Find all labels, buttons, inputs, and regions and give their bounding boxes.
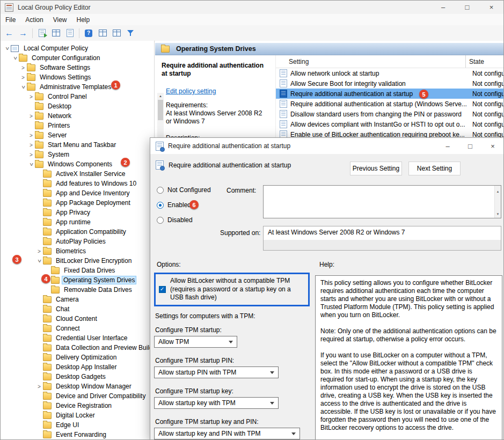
edit-policy-setting-link[interactable]: Edit policy setting xyxy=(166,87,216,95)
settings-row-allow-secure-boot-for-integrity-validation[interactable]: Allow Secure Boot for integrity validati… xyxy=(276,78,503,89)
settings-row-require-additional-authentication-at-startup-windows-serve[interactable]: Require additional authentication at sta… xyxy=(276,99,503,109)
minimize-icon[interactable]: – xyxy=(431,1,455,14)
menu-action[interactable]: Action xyxy=(20,14,48,25)
dropdown-configure-tpm-startup[interactable]: Allow TPM xyxy=(154,336,237,348)
radio-button-icon[interactable] xyxy=(157,217,164,224)
tree-item-autoplay-policies[interactable]: AutoPlay Policies xyxy=(1,237,154,246)
chevron-icon[interactable]: > xyxy=(36,248,42,254)
tree-item-network[interactable]: >Network xyxy=(1,111,154,121)
back-icon[interactable] xyxy=(3,27,16,40)
chevron-icon[interactable]: > xyxy=(28,142,34,148)
chevron-icon[interactable]: > xyxy=(20,84,26,90)
scrollbar-thumb[interactable] xyxy=(158,100,163,120)
tree-item-edge-ui[interactable]: Edge UI xyxy=(1,420,154,430)
menu-view[interactable]: View xyxy=(48,14,72,25)
tree-item-printers[interactable]: Printers xyxy=(1,121,154,130)
chevron-icon[interactable]: > xyxy=(4,45,10,52)
chevron-icon[interactable]: > xyxy=(28,133,34,138)
tree-item-fixed-data-drives[interactable]: Fixed Data Drives xyxy=(1,266,154,275)
dialog-minimize-icon[interactable]: – xyxy=(436,138,459,154)
scroll-up-icon[interactable] xyxy=(496,187,500,194)
extended-view-icon[interactable] xyxy=(96,27,109,40)
tree-item-biometrics[interactable]: >Biometrics xyxy=(1,246,154,256)
allow-bitlocker-without-tpm-checkbox[interactable] xyxy=(159,286,166,293)
help-icon[interactable] xyxy=(82,27,95,40)
tree-item-device-registration[interactable]: Device Registration xyxy=(1,401,154,410)
radio-disabled[interactable]: Disabled xyxy=(157,215,211,225)
tree-item-data-collection-and-preview-builds[interactable]: Data Collection and Preview Builds xyxy=(1,343,154,353)
comment-input[interactable] xyxy=(263,185,501,218)
tree-item-camera[interactable]: Camera xyxy=(1,295,154,304)
forward-icon[interactable] xyxy=(17,27,30,40)
dialog-maximize-icon[interactable]: □ xyxy=(459,138,481,154)
chevron-icon[interactable]: > xyxy=(20,65,26,71)
chevron-icon[interactable]: > xyxy=(28,152,34,158)
settings-row-disallow-standard-users-from-changing-the-pin-or-password[interactable]: Disallow standard users from changing th… xyxy=(276,109,503,119)
tree-item-connect[interactable]: Connect xyxy=(1,324,154,333)
settings-row-require-additional-authentication-at-startup[interactable]: Require additional authentication at sta… xyxy=(276,89,503,99)
menu-help[interactable]: Help xyxy=(72,14,95,25)
tree-item-administrative-templates[interactable]: >Administrative Templates xyxy=(1,82,154,92)
tree-item-app-package-deployment[interactable]: App Package Deployment xyxy=(1,198,154,208)
scroll-down-icon[interactable] xyxy=(496,209,500,217)
tree-item-add-features-to-windows-10[interactable]: Add features to Windows 10 xyxy=(1,179,154,188)
tree-item-event-forwarding[interactable]: Event Forwarding xyxy=(1,430,154,439)
dropdown-configure-tpm-startup-key-and-pin[interactable]: Allow startup key and PIN with TPM xyxy=(154,428,300,439)
radio-not-configured[interactable]: Not Configured xyxy=(157,185,211,195)
tree-item-software-settings[interactable]: >Software Settings xyxy=(1,63,154,72)
tree-item-desktop[interactable]: Desktop xyxy=(1,101,154,111)
tree-item-computer-configuration[interactable]: >Computer Configuration xyxy=(1,53,154,63)
settings-row-allow-network-unlock-at-startup[interactable]: Allow network unlock at startupNot confi… xyxy=(276,68,503,78)
next-setting-button[interactable]: Next Setting xyxy=(408,162,461,175)
tree-item-removable-data-drives[interactable]: Removable Data Drives xyxy=(1,285,154,295)
chevron-icon[interactable]: > xyxy=(28,113,34,119)
tree-item-operating-system-drives[interactable]: Operating System Drives xyxy=(1,275,154,285)
chevron-icon[interactable]: > xyxy=(20,75,26,80)
tree-item-bitlocker-drive-encryption[interactable]: >BitLocker Drive Encryption xyxy=(1,256,154,266)
tree-item-credential-user-interface[interactable]: Credential User Interface xyxy=(1,333,154,343)
tree-item-app-and-device-inventory[interactable]: App and Device Inventory xyxy=(1,188,154,198)
chevron-icon[interactable]: > xyxy=(36,258,42,264)
tree-item-control-panel[interactable]: >Control Panel xyxy=(1,92,154,101)
tree-item-start-menu-and-taskbar[interactable]: >Start Menu and Taskbar xyxy=(1,140,154,150)
tree-item-windows-settings[interactable]: >Windows Settings xyxy=(1,72,154,82)
chevron-icon[interactable]: > xyxy=(12,55,18,61)
close-icon[interactable]: × xyxy=(479,1,503,14)
filter-icon[interactable] xyxy=(124,27,137,40)
settings-row-allow-devices-compliant-with-instantgo-or-hsti-to-opt-out-o[interactable]: Allow devices compliant with InstantGo o… xyxy=(276,119,503,129)
radio-button-icon[interactable] xyxy=(157,187,164,194)
radio-button-icon[interactable] xyxy=(157,202,164,209)
standard-view-icon[interactable] xyxy=(110,27,123,40)
tree-item-digital-locker[interactable]: Digital Locker xyxy=(1,410,154,420)
tree-item-delivery-optimization[interactable]: Delivery Optimization xyxy=(1,353,154,362)
column-header-setting[interactable]: Setting xyxy=(276,55,465,68)
tree-item-desktop-app-installer[interactable]: Desktop App Installer xyxy=(1,362,154,372)
chevron-icon[interactable]: > xyxy=(36,384,42,390)
tree-item-chat[interactable]: Chat xyxy=(1,304,154,314)
properties-icon[interactable] xyxy=(63,27,76,40)
dropdown-configure-tpm-startup-key[interactable]: Allow startup key with TPM xyxy=(154,397,279,409)
tree-item-local-computer-policy[interactable]: >Local Computer Policy xyxy=(1,43,154,53)
tree-item-app-privacy[interactable]: App Privacy xyxy=(1,208,154,217)
radio-enabled[interactable]: Enabled xyxy=(157,200,211,210)
tree-item-system[interactable]: >System xyxy=(1,150,154,159)
dropdown-configure-tpm-startup-pin[interactable]: Allow startup PIN with TPM xyxy=(154,366,279,378)
tree-item-server[interactable]: >Server xyxy=(1,130,154,140)
tree-item-desktop-window-manager[interactable]: >Desktop Window Manager xyxy=(1,382,154,391)
tree-item-activex-installer-service[interactable]: ActiveX Installer Service xyxy=(1,169,154,179)
tree-item-desktop-gadgets[interactable]: Desktop Gadgets xyxy=(1,372,154,382)
tree-item-cloud-content[interactable]: Cloud Content xyxy=(1,314,154,324)
menu-file[interactable]: File xyxy=(1,14,20,25)
scroll-up-icon[interactable] xyxy=(157,93,164,99)
console-tree-icon[interactable] xyxy=(35,27,48,40)
chevron-icon[interactable]: > xyxy=(28,161,34,167)
tree-item-device-and-driver-compatibility[interactable]: Device and Driver Compatibility xyxy=(1,391,154,401)
chevron-icon[interactable]: > xyxy=(28,94,34,100)
comment-scrollbar[interactable] xyxy=(494,186,501,218)
column-header-state[interactable]: State xyxy=(465,55,503,68)
export-list-icon[interactable] xyxy=(49,27,62,40)
tree-item-app-runtime[interactable]: App runtime xyxy=(1,217,154,227)
tree-item-windows-components[interactable]: >Windows Components xyxy=(1,159,154,169)
maximize-icon[interactable]: □ xyxy=(455,1,479,14)
previous-setting-button[interactable]: Previous Setting xyxy=(350,162,402,175)
